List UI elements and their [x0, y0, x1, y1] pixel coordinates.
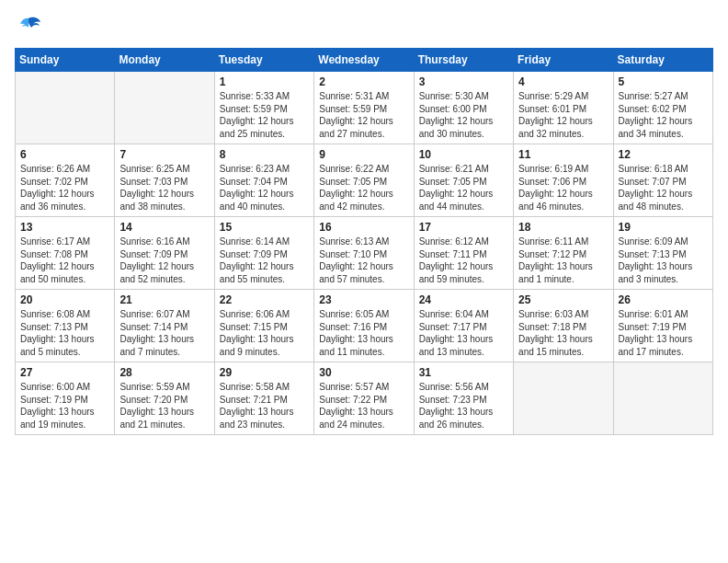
day-number: 27	[20, 366, 109, 379]
calendar-cell: 14Sunrise: 6:16 AM Sunset: 7:09 PM Dayli…	[115, 217, 214, 290]
calendar-header: SundayMondayTuesdayWednesdayThursdayFrid…	[16, 49, 713, 72]
day-number: 2	[319, 75, 408, 88]
calendar-cell: 5Sunrise: 5:27 AM Sunset: 6:02 PM Daylig…	[613, 72, 712, 144]
calendar-cell: 21Sunrise: 6:07 AM Sunset: 7:14 PM Dayli…	[115, 290, 214, 362]
day-info: Sunrise: 6:19 AM Sunset: 7:06 PM Dayligh…	[518, 163, 608, 213]
day-info: Sunrise: 5:57 AM Sunset: 7:22 PM Dayligh…	[319, 381, 408, 431]
day-number: 12	[619, 148, 708, 161]
calendar-cell: 16Sunrise: 6:13 AM Sunset: 7:10 PM Dayli…	[314, 217, 414, 290]
day-number: 25	[518, 293, 608, 306]
day-number: 16	[319, 221, 408, 234]
week-row-5: 27Sunrise: 6:00 AM Sunset: 7:19 PM Dayli…	[16, 362, 713, 435]
page-header	[15, 15, 713, 40]
calendar-cell: 17Sunrise: 6:12 AM Sunset: 7:11 PM Dayli…	[414, 217, 513, 290]
day-number: 22	[220, 293, 309, 306]
day-number: 15	[220, 221, 309, 234]
calendar-cell: 28Sunrise: 5:59 AM Sunset: 7:20 PM Dayli…	[115, 362, 214, 435]
column-header-sunday: Sunday	[16, 49, 115, 72]
calendar-cell: 22Sunrise: 6:06 AM Sunset: 7:15 PM Dayli…	[214, 290, 313, 362]
day-info: Sunrise: 6:25 AM Sunset: 7:03 PM Dayligh…	[119, 163, 209, 213]
calendar-cell: 6Sunrise: 6:26 AM Sunset: 7:02 PM Daylig…	[16, 144, 115, 217]
day-number: 4	[518, 75, 608, 88]
day-info: Sunrise: 5:27 AM Sunset: 6:02 PM Dayligh…	[619, 90, 708, 140]
calendar-cell: 25Sunrise: 6:03 AM Sunset: 7:18 PM Dayli…	[514, 290, 613, 362]
calendar-cell: 7Sunrise: 6:25 AM Sunset: 7:03 PM Daylig…	[115, 144, 214, 217]
calendar-cell: 1Sunrise: 5:33 AM Sunset: 5:59 PM Daylig…	[214, 72, 313, 144]
day-number: 5	[619, 75, 708, 88]
calendar-cell: 4Sunrise: 5:29 AM Sunset: 6:01 PM Daylig…	[514, 72, 613, 144]
day-number: 30	[319, 366, 408, 379]
day-info: Sunrise: 5:56 AM Sunset: 7:23 PM Dayligh…	[419, 381, 508, 431]
day-number: 10	[419, 148, 508, 161]
calendar-table: SundayMondayTuesdayWednesdayThursdayFrid…	[15, 48, 713, 435]
header-row: SundayMondayTuesdayWednesdayThursdayFrid…	[16, 49, 713, 72]
calendar-cell	[514, 362, 613, 435]
calendar-cell: 12Sunrise: 6:18 AM Sunset: 7:07 PM Dayli…	[613, 144, 712, 217]
calendar-cell	[613, 362, 712, 435]
calendar-cell: 15Sunrise: 6:14 AM Sunset: 7:09 PM Dayli…	[214, 217, 313, 290]
day-info: Sunrise: 5:59 AM Sunset: 7:20 PM Dayligh…	[119, 381, 209, 431]
day-number: 20	[20, 293, 109, 306]
day-info: Sunrise: 6:26 AM Sunset: 7:02 PM Dayligh…	[20, 163, 109, 213]
day-number: 14	[119, 221, 209, 234]
day-number: 18	[518, 221, 608, 234]
calendar-cell: 13Sunrise: 6:17 AM Sunset: 7:08 PM Dayli…	[16, 217, 115, 290]
day-info: Sunrise: 6:12 AM Sunset: 7:11 PM Dayligh…	[419, 236, 508, 285]
day-number: 23	[319, 293, 408, 306]
day-info: Sunrise: 6:16 AM Sunset: 7:09 PM Dayligh…	[119, 236, 209, 285]
day-info: Sunrise: 5:29 AM Sunset: 6:01 PM Dayligh…	[518, 90, 608, 140]
column-header-thursday: Thursday	[414, 49, 513, 72]
day-number: 31	[419, 366, 508, 379]
day-info: Sunrise: 6:05 AM Sunset: 7:16 PM Dayligh…	[319, 308, 408, 358]
day-number: 24	[419, 293, 508, 306]
calendar-cell	[16, 72, 115, 144]
day-info: Sunrise: 5:30 AM Sunset: 6:00 PM Dayligh…	[419, 90, 508, 140]
day-info: Sunrise: 6:04 AM Sunset: 7:17 PM Dayligh…	[419, 308, 508, 358]
day-info: Sunrise: 5:33 AM Sunset: 5:59 PM Dayligh…	[220, 90, 309, 140]
day-info: Sunrise: 6:11 AM Sunset: 7:12 PM Dayligh…	[518, 236, 608, 285]
calendar-cell: 24Sunrise: 6:04 AM Sunset: 7:17 PM Dayli…	[414, 290, 513, 362]
calendar-cell: 29Sunrise: 5:58 AM Sunset: 7:21 PM Dayli…	[214, 362, 313, 435]
day-info: Sunrise: 6:00 AM Sunset: 7:19 PM Dayligh…	[20, 381, 109, 431]
week-row-2: 6Sunrise: 6:26 AM Sunset: 7:02 PM Daylig…	[16, 144, 713, 217]
day-number: 11	[518, 148, 608, 161]
calendar-cell: 3Sunrise: 5:30 AM Sunset: 6:00 PM Daylig…	[414, 72, 513, 144]
column-header-saturday: Saturday	[613, 49, 712, 72]
calendar-cell: 31Sunrise: 5:56 AM Sunset: 7:23 PM Dayli…	[414, 362, 513, 435]
day-info: Sunrise: 6:09 AM Sunset: 7:13 PM Dayligh…	[619, 236, 708, 285]
calendar-body: 1Sunrise: 5:33 AM Sunset: 5:59 PM Daylig…	[16, 72, 713, 435]
day-number: 6	[20, 148, 109, 161]
calendar-cell: 18Sunrise: 6:11 AM Sunset: 7:12 PM Dayli…	[514, 217, 613, 290]
day-info: Sunrise: 6:06 AM Sunset: 7:15 PM Dayligh…	[220, 308, 309, 358]
day-number: 19	[619, 221, 708, 234]
week-row-4: 20Sunrise: 6:08 AM Sunset: 7:13 PM Dayli…	[16, 290, 713, 362]
day-number: 28	[119, 366, 209, 379]
calendar-cell: 19Sunrise: 6:09 AM Sunset: 7:13 PM Dayli…	[613, 217, 712, 290]
day-number: 21	[119, 293, 209, 306]
day-info: Sunrise: 6:03 AM Sunset: 7:18 PM Dayligh…	[518, 308, 608, 358]
day-info: Sunrise: 5:58 AM Sunset: 7:21 PM Dayligh…	[220, 381, 309, 431]
calendar-cell: 20Sunrise: 6:08 AM Sunset: 7:13 PM Dayli…	[16, 290, 115, 362]
calendar-cell: 8Sunrise: 6:23 AM Sunset: 7:04 PM Daylig…	[214, 144, 313, 217]
logo	[15, 15, 46, 40]
day-number: 17	[419, 221, 508, 234]
day-number: 13	[20, 221, 109, 234]
day-info: Sunrise: 6:21 AM Sunset: 7:05 PM Dayligh…	[419, 163, 508, 213]
calendar-cell: 23Sunrise: 6:05 AM Sunset: 7:16 PM Dayli…	[314, 290, 414, 362]
column-header-tuesday: Tuesday	[214, 49, 313, 72]
day-info: Sunrise: 6:14 AM Sunset: 7:09 PM Dayligh…	[220, 236, 309, 285]
calendar-cell: 10Sunrise: 6:21 AM Sunset: 7:05 PM Dayli…	[414, 144, 513, 217]
day-number: 1	[220, 75, 309, 88]
calendar-cell: 30Sunrise: 5:57 AM Sunset: 7:22 PM Dayli…	[314, 362, 414, 435]
day-info: Sunrise: 6:18 AM Sunset: 7:07 PM Dayligh…	[619, 163, 708, 213]
day-number: 26	[619, 293, 708, 306]
day-info: Sunrise: 6:08 AM Sunset: 7:13 PM Dayligh…	[20, 308, 109, 358]
calendar-cell: 2Sunrise: 5:31 AM Sunset: 5:59 PM Daylig…	[314, 72, 414, 144]
calendar-cell: 11Sunrise: 6:19 AM Sunset: 7:06 PM Dayli…	[514, 144, 613, 217]
day-info: Sunrise: 6:22 AM Sunset: 7:05 PM Dayligh…	[319, 163, 408, 213]
calendar-cell: 26Sunrise: 6:01 AM Sunset: 7:19 PM Dayli…	[613, 290, 712, 362]
column-header-friday: Friday	[514, 49, 613, 72]
column-header-wednesday: Wednesday	[314, 49, 414, 72]
day-info: Sunrise: 6:07 AM Sunset: 7:14 PM Dayligh…	[119, 308, 209, 358]
day-info: Sunrise: 6:23 AM Sunset: 7:04 PM Dayligh…	[220, 163, 309, 213]
